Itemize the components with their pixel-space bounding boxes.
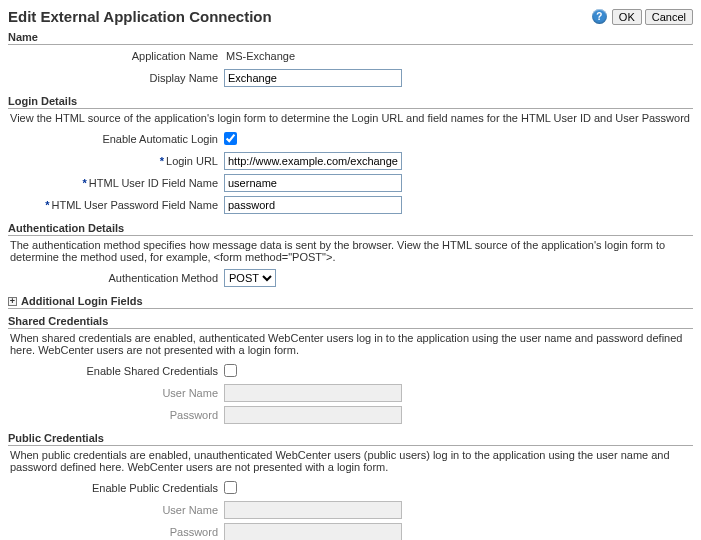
enable-public-checkbox[interactable] [224,481,237,494]
userid-field-label: *HTML User ID Field Name [8,177,224,189]
section-name-header: Name [8,31,693,45]
additional-login-fields-label: Additional Login Fields [21,295,143,307]
section-shared-header: Shared Credentials [8,315,693,329]
section-login-header: Login Details [8,95,693,109]
help-icon[interactable]: ? [592,9,607,24]
public-pwd-input [224,523,402,540]
shared-user-input [224,384,402,402]
login-url-label: *Login URL [8,155,224,167]
enable-auto-login-checkbox[interactable] [224,132,237,145]
shared-pwd-label: Password [8,409,224,421]
section-public-desc: When public credentials are enabled, una… [8,446,693,477]
shared-pwd-input [224,406,402,424]
section-public-header: Public Credentials [8,432,693,446]
section-login-desc: View the HTML source of the application'… [8,109,693,128]
display-name-input[interactable] [224,69,402,87]
cancel-button[interactable]: Cancel [645,9,693,25]
expand-icon: + [8,297,17,306]
page-header: Edit External Application Connection ? O… [8,8,693,25]
enable-auto-login-label: Enable Automatic Login [8,133,224,145]
userid-field-input[interactable] [224,174,402,192]
page-title: Edit External Application Connection [8,8,272,25]
app-name-value: MS-Exchange [224,50,295,62]
pwd-field-label: *HTML User Password Field Name [8,199,224,211]
additional-login-fields-toggle[interactable]: + Additional Login Fields [8,295,693,309]
auth-method-select[interactable]: POST [224,269,276,287]
login-url-input[interactable] [224,152,402,170]
app-name-label: Application Name [8,50,224,62]
section-auth-desc: The authentication method specifies how … [8,236,693,267]
enable-shared-label: Enable Shared Credentials [8,365,224,377]
shared-user-label: User Name [8,387,224,399]
section-shared-desc: When shared credentials are enabled, aut… [8,329,693,360]
enable-public-label: Enable Public Credentials [8,482,224,494]
public-user-label: User Name [8,504,224,516]
public-user-input [224,501,402,519]
section-auth-header: Authentication Details [8,222,693,236]
header-actions: ? OK Cancel [592,9,693,25]
public-pwd-label: Password [8,526,224,538]
ok-button[interactable]: OK [612,9,642,25]
display-name-label: Display Name [8,72,224,84]
pwd-field-input[interactable] [224,196,402,214]
enable-shared-checkbox[interactable] [224,364,237,377]
auth-method-label: Authentication Method [8,272,224,284]
